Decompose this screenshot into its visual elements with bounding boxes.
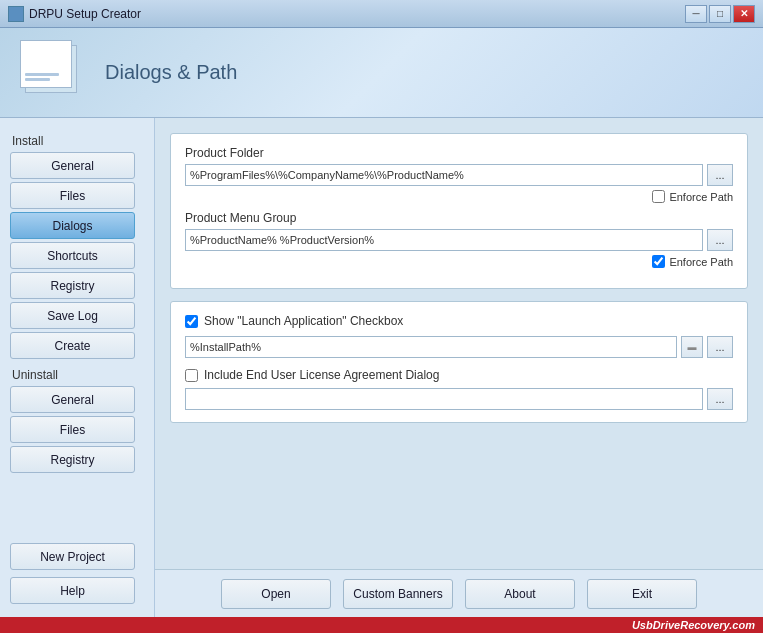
minimize-button[interactable]: ─ bbox=[685, 5, 707, 23]
eula-checkbox[interactable] bbox=[185, 369, 198, 382]
product-folder-row: ... bbox=[185, 164, 733, 186]
product-menu-row: ... bbox=[185, 229, 733, 251]
enforce-path1-label: Enforce Path bbox=[669, 191, 733, 203]
main-layout: Install General Files Dialogs Shortcuts … bbox=[0, 118, 763, 617]
window-controls: ─ □ ✕ bbox=[685, 5, 755, 23]
install-path-row: ▬ ... bbox=[185, 336, 733, 358]
header: Dialogs & Path bbox=[0, 28, 763, 118]
enforce-path2-row: Enforce Path bbox=[185, 255, 733, 268]
sidebar-item-general-uninstall[interactable]: General bbox=[10, 386, 135, 413]
watermark: UsbDriveRecovery.com bbox=[0, 617, 763, 633]
about-button[interactable]: About bbox=[465, 579, 575, 609]
new-project-button[interactable]: New Project bbox=[10, 543, 135, 570]
eula-label: Include End User License Agreement Dialo… bbox=[204, 368, 439, 382]
sidebar: Install General Files Dialogs Shortcuts … bbox=[0, 118, 155, 617]
install-path-input[interactable] bbox=[185, 336, 677, 358]
sidebar-item-registry-install[interactable]: Registry bbox=[10, 272, 135, 299]
header-icon bbox=[20, 40, 90, 105]
uninstall-section-label: Uninstall bbox=[10, 368, 144, 382]
application-window: DRPU Setup Creator ─ □ ✕ Dialogs & Path … bbox=[0, 0, 763, 633]
enforce-path2-checkbox[interactable] bbox=[652, 255, 665, 268]
titlebar: DRPU Setup Creator ─ □ ✕ bbox=[0, 0, 763, 28]
header-title: Dialogs & Path bbox=[105, 61, 237, 84]
icon-foreground bbox=[20, 40, 72, 88]
sidebar-item-create[interactable]: Create bbox=[10, 332, 135, 359]
enforce-path1-row: Enforce Path bbox=[185, 190, 733, 203]
product-folder-input[interactable] bbox=[185, 164, 703, 186]
sidebar-item-general-install[interactable]: General bbox=[10, 152, 135, 179]
product-menu-label: Product Menu Group bbox=[185, 211, 733, 225]
sidebar-item-shortcuts[interactable]: Shortcuts bbox=[10, 242, 135, 269]
titlebar-left: DRPU Setup Creator bbox=[8, 6, 141, 22]
install-path-browse[interactable]: ... bbox=[707, 336, 733, 358]
sidebar-item-save-log[interactable]: Save Log bbox=[10, 302, 135, 329]
app-icon bbox=[8, 6, 24, 22]
product-folder-browse[interactable]: ... bbox=[707, 164, 733, 186]
maximize-button[interactable]: □ bbox=[709, 5, 731, 23]
launch-app-checkbox[interactable] bbox=[185, 315, 198, 328]
open-button[interactable]: Open bbox=[221, 579, 331, 609]
help-button[interactable]: Help bbox=[10, 577, 135, 604]
close-button[interactable]: ✕ bbox=[733, 5, 755, 23]
product-menu-input[interactable] bbox=[185, 229, 703, 251]
exit-button[interactable]: Exit bbox=[587, 579, 697, 609]
sidebar-item-files-uninstall[interactable]: Files bbox=[10, 416, 135, 443]
product-menu-browse[interactable]: ... bbox=[707, 229, 733, 251]
install-path-small-browse[interactable]: ▬ bbox=[681, 336, 703, 358]
main-panel: Product Folder ... Enforce Path Product … bbox=[155, 118, 763, 569]
enforce-path2-label: Enforce Path bbox=[669, 256, 733, 268]
launch-app-row: Show "Launch Application" Checkbox bbox=[185, 314, 733, 328]
launch-eula-section: Show "Launch Application" Checkbox ▬ ...… bbox=[170, 301, 748, 423]
sidebar-item-dialogs[interactable]: Dialogs bbox=[10, 212, 135, 239]
eula-path-row: ... bbox=[185, 388, 733, 410]
footer-bar: Open Custom Banners About Exit bbox=[155, 569, 763, 617]
eula-row: Include End User License Agreement Dialo… bbox=[185, 368, 733, 382]
sidebar-item-registry-uninstall[interactable]: Registry bbox=[10, 446, 135, 473]
sidebar-bottom: New Project Help bbox=[10, 543, 144, 607]
custom-banners-button[interactable]: Custom Banners bbox=[343, 579, 453, 609]
install-section-label: Install bbox=[10, 134, 144, 148]
eula-browse[interactable]: ... bbox=[707, 388, 733, 410]
enforce-path1-checkbox[interactable] bbox=[652, 190, 665, 203]
window-title: DRPU Setup Creator bbox=[29, 7, 141, 21]
eula-path-input[interactable] bbox=[185, 388, 703, 410]
product-folder-section: Product Folder ... Enforce Path Product … bbox=[170, 133, 748, 289]
sidebar-item-files-install[interactable]: Files bbox=[10, 182, 135, 209]
product-folder-label: Product Folder bbox=[185, 146, 733, 160]
launch-app-label: Show "Launch Application" Checkbox bbox=[204, 314, 403, 328]
